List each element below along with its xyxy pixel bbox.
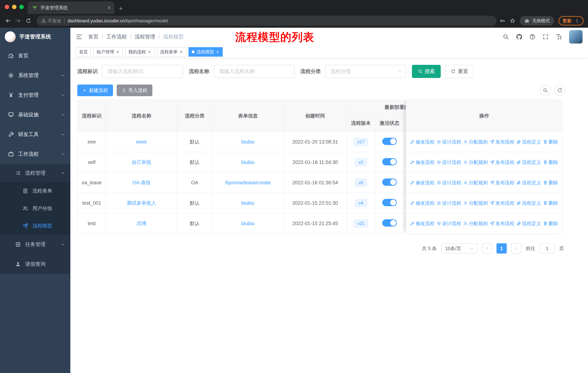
- flow-id-input[interactable]: [102, 65, 183, 78]
- next-page-button[interactable]: [511, 243, 521, 253]
- flow-definition-link[interactable]: 流程定义: [516, 159, 541, 166]
- delete-flow-link[interactable]: 删除: [543, 180, 558, 186]
- edit-flow-link[interactable]: 修改流程: [410, 180, 435, 186]
- form-info-link[interactable]: /bpm/oa/leave/create: [225, 180, 271, 185]
- breadcrumb-item[interactable]: 流程管理: [135, 33, 163, 40]
- refresh-table-button[interactable]: [555, 85, 565, 96]
- reset-button[interactable]: 重置: [445, 65, 474, 78]
- browser-menu-icon[interactable]: [575, 18, 580, 23]
- import-flow-button[interactable]: 导入流程: [117, 84, 152, 96]
- close-window-button[interactable]: [5, 5, 9, 9]
- create-flow-button[interactable]: 新建流程: [77, 84, 113, 96]
- assign-rule-link[interactable]: 分配规则: [463, 180, 488, 186]
- form-info-link[interactable]: biubiu: [241, 160, 254, 165]
- toggle-search-button[interactable]: [540, 85, 551, 96]
- edit-flow-link[interactable]: 修改流程: [410, 139, 435, 145]
- delete-flow-link[interactable]: 删除: [543, 159, 558, 166]
- active-toggle[interactable]: [382, 219, 397, 227]
- model-name-link[interactable]: 自己审批: [132, 160, 151, 165]
- delete-flow-link[interactable]: 删除: [543, 220, 558, 227]
- update-chip[interactable]: 更新: [558, 16, 584, 26]
- design-flow-link[interactable]: 设计流程: [437, 180, 461, 186]
- sidebar-item-user-group[interactable]: 用户分组: [0, 200, 70, 217]
- breadcrumb-item[interactable]: 工作流程: [106, 33, 135, 40]
- publish-flow-link[interactable]: 发布流程: [490, 200, 514, 206]
- model-name-link[interactable]: 测试多审批人: [127, 200, 156, 206]
- sidebar-item-process-form[interactable]: 流程表单: [0, 182, 70, 200]
- tag-close-icon[interactable]: [216, 50, 220, 54]
- zoom-window-button[interactable]: [19, 5, 24, 9]
- active-toggle[interactable]: [382, 179, 397, 186]
- design-flow-link[interactable]: 设计流程: [437, 159, 461, 166]
- tag-process-model[interactable]: 流程模型: [189, 47, 223, 57]
- fullscreen-icon[interactable]: [542, 34, 549, 40]
- sidebar-item-infrastructure[interactable]: 基础设施: [0, 105, 70, 125]
- design-flow-link[interactable]: 设计流程: [437, 200, 461, 206]
- flow-name-input[interactable]: [214, 65, 294, 78]
- sidebar-item-leave-query[interactable]: 请假查询: [0, 254, 70, 274]
- forward-button[interactable]: [13, 16, 23, 26]
- reload-button[interactable]: [23, 16, 33, 26]
- user-avatar[interactable]: [569, 30, 583, 43]
- publish-flow-link[interactable]: 发布流程: [490, 220, 514, 227]
- publish-flow-link[interactable]: 发布流程: [490, 180, 514, 186]
- publish-flow-link[interactable]: 发布流程: [490, 139, 514, 145]
- search-icon[interactable]: [503, 34, 509, 40]
- tag-close-icon[interactable]: [179, 50, 183, 54]
- password-key-icon[interactable]: [499, 18, 505, 24]
- current-page-button[interactable]: 1: [496, 243, 507, 253]
- delete-flow-link[interactable]: 删除: [543, 139, 558, 145]
- assign-rule-link[interactable]: 分配规则: [463, 139, 488, 145]
- form-info-link[interactable]: biubiu: [241, 221, 254, 226]
- search-button[interactable]: 搜索: [412, 65, 441, 78]
- browser-tab[interactable]: 芋道管理系统: [28, 1, 115, 14]
- edit-flow-link[interactable]: 修改流程: [410, 159, 435, 166]
- tag-close-icon[interactable]: [148, 50, 151, 54]
- breadcrumb-item[interactable]: 首页: [88, 33, 106, 40]
- tag-my-process[interactable]: 我的流程: [125, 47, 155, 57]
- model-name-link[interactable]: 滔博: [136, 221, 146, 226]
- assign-rule-link[interactable]: 分配规则: [463, 159, 488, 166]
- flow-definition-link[interactable]: 流程定义: [516, 139, 541, 145]
- sidebar-item-process-management[interactable]: 流程管理: [0, 164, 70, 182]
- publish-flow-link[interactable]: 发布流程: [490, 159, 514, 166]
- sidebar-item-payment[interactable]: 支付管理: [0, 85, 70, 105]
- security-status[interactable]: 不安全: [41, 18, 62, 24]
- flow-category-select[interactable]: 流程分类: [325, 65, 406, 78]
- active-toggle[interactable]: [382, 138, 397, 145]
- delete-flow-link[interactable]: 删除: [543, 200, 558, 206]
- assign-rule-link[interactable]: 分配规则: [463, 220, 488, 227]
- goto-page-input[interactable]: [539, 243, 555, 253]
- tag-process-form[interactable]: 流程表单: [157, 47, 186, 57]
- model-name-link[interactable]: OA 请假: [132, 180, 150, 185]
- edit-flow-link[interactable]: 修改流程: [410, 220, 435, 227]
- sidebar-item-system[interactable]: 系统管理: [0, 66, 70, 85]
- help-icon[interactable]: [529, 34, 536, 40]
- sidebar-item-workflow[interactable]: 工作流程: [0, 144, 70, 164]
- page-size-select[interactable]: 10条/页: [441, 243, 478, 253]
- form-info-link[interactable]: biubiu: [241, 139, 254, 145]
- tab-close-icon[interactable]: [107, 5, 112, 10]
- flow-definition-link[interactable]: 流程定义: [516, 200, 541, 206]
- sidebar-item-devtools[interactable]: 研发工具: [0, 125, 70, 144]
- flow-definition-link[interactable]: 流程定义: [516, 220, 541, 227]
- model-name-link[interactable]: eeee: [136, 139, 147, 145]
- bookmark-star-icon[interactable]: [510, 18, 515, 24]
- back-button[interactable]: [3, 16, 13, 26]
- tag-tenant[interactable]: 租户管理: [93, 47, 123, 57]
- sidebar-item-home[interactable]: 首页: [0, 46, 70, 66]
- assign-rule-link[interactable]: 分配规则: [463, 200, 488, 206]
- minimize-window-button[interactable]: [12, 5, 16, 9]
- sidebar-item-task-management[interactable]: 任务管理: [0, 235, 70, 254]
- form-info-link[interactable]: biubiu: [241, 200, 254, 206]
- new-tab-button[interactable]: [118, 6, 124, 11]
- prev-page-button[interactable]: [482, 243, 492, 253]
- sidebar-toggle-icon[interactable]: [76, 33, 82, 40]
- font-size-icon[interactable]: [556, 33, 562, 40]
- app-logo[interactable]: 芋道管理系统: [0, 28, 70, 46]
- edit-flow-link[interactable]: 修改流程: [410, 200, 435, 206]
- address-bar[interactable]: 不安全 dashboard.yudao.iocoder.cn/bpm/manag…: [36, 16, 496, 26]
- design-flow-link[interactable]: 设计流程: [437, 220, 461, 227]
- tag-close-icon[interactable]: [116, 50, 120, 54]
- active-toggle[interactable]: [382, 199, 397, 206]
